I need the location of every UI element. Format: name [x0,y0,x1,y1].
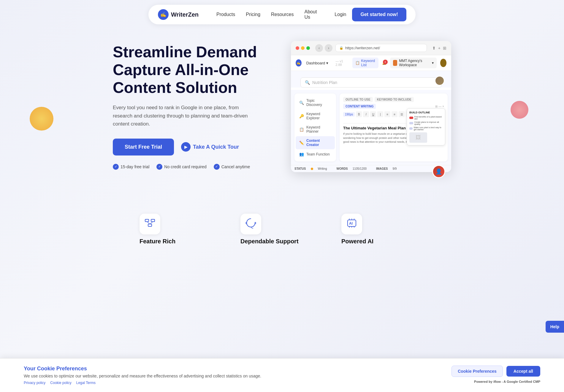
app-bar-right: 📋 Keyword List 🔔 3 MMT Agency's Workspac… [352,58,446,68]
expand-icon[interactable]: ⊞ [435,105,438,108]
hero-section: Streamline Demand Capture All-in-One Con… [89,29,475,190]
status-indicator [311,168,313,170]
browser-bar: ‹ › 🔒 https://writerzen.net/ ⬆ + ⊞ [291,41,451,55]
sidebar-item-keyword-planner[interactable]: 📋 Keyword Planner [296,123,335,136]
outline-item-3: Make sure plant a best way to get starte… [409,126,443,131]
quick-tour-button[interactable]: ▶ Take A Quick Tour [181,142,239,152]
cookie-content: Your Cookie Preferences We use cookies t… [24,366,440,385]
browser-nav-buttons: ‹ › [315,44,332,52]
get-started-button[interactable]: Get started now! [352,8,406,21]
login-button[interactable]: Login [335,12,346,17]
hero-right: ‹ › 🔒 https://writerzen.net/ ⬆ + ⊞ ✍ Das… [291,41,451,172]
cookie-description: We use cookies to optimize our website, … [24,374,440,378]
status-label: STATUS [294,167,306,170]
sidebar-item-team-function[interactable]: 👥 Team Function [296,150,335,159]
version-label: — v1 2.88 [335,59,348,66]
editor-panel: OUTLINE TO USE KEYWORD TO INCLUDE CONTEN… [340,93,448,161]
maximize-dot [306,46,310,50]
sidebar-item-content-creator[interactable]: ✏️ Content Creator [296,136,335,149]
logo-text: WriterZen [171,11,199,18]
share-icon[interactable]: ⬆ [432,46,436,50]
team-function-icon: 👥 [299,152,304,156]
navbar-inner: ✍ WriterZen Products Pricing Resources A… [148,5,416,24]
feature-ai-icon-wrap: AI [341,214,362,234]
close-dot [296,46,299,50]
close-icon[interactable]: × [442,105,444,108]
cookie-preferences-button[interactable]: Cookie Preferences [451,366,503,377]
hero-left: Streamline Demand Capture All-in-One Con… [113,43,273,170]
forward-button[interactable]: › [325,44,332,52]
play-icon: ▶ [181,142,191,152]
topic-discovery-icon: 🔍 [299,101,304,105]
cookie-policy-link[interactable]: Cookie policy [50,381,71,385]
features-section: Feature Rich Dependable Support AI [89,214,475,245]
legal-terms-link[interactable]: Legal Terms [76,381,96,385]
nav-link-products[interactable]: Products [216,12,235,17]
workspace-button[interactable]: MMT Agency's Workspace ▾ [390,58,437,68]
nav-link-resources[interactable]: Resources [271,12,294,17]
words-label: WORDS [336,167,348,170]
dashboard-label[interactable]: Dashboard ▾ [306,61,329,65]
toolbar-list[interactable]: ☰ [399,111,405,117]
tab-outline[interactable]: OUTLINE TO USE [343,97,373,102]
outline-item-2: Create plans to improve all quality [409,121,443,125]
feature-support-icon [245,217,257,231]
help-button[interactable]: Help [546,321,564,333]
editor-controls: ⊞ — × [435,105,444,108]
logo[interactable]: ✍ WriterZen [158,9,199,20]
privacy-policy-link[interactable]: Privacy policy [24,381,45,385]
toolbar-bold[interactable]: B [356,111,362,117]
hero-title: Streamline Demand Capture All-in-One Con… [113,43,273,96]
hero-description: Every tool you need to rank in Google in… [113,104,255,128]
user-avatar[interactable] [440,59,446,67]
navbar: ✍ WriterZen Products Pricing Resources A… [0,0,564,29]
keyword-planner-icon: 📋 [299,127,304,132]
sidebar-item-topic-discovery[interactable]: 🔍 Topic Discovery [296,96,335,109]
outline-panel: BUILD OUTLINE Find benefits of a plant-b… [407,108,445,145]
outline-bar-indicator [409,117,413,119]
cookie-powered-by: Powered by iflow - A Google Certified CM… [474,380,540,383]
search-container: 🔍 Nutrition Plan [291,71,451,88]
nav-link-about[interactable]: About Us [305,9,317,20]
check-icon-cancel: ✓ [214,164,220,170]
floating-avatar: 👤 [432,165,445,178]
decorative-blob-gold [30,107,53,131]
search-avatar [435,76,444,85]
url-bar[interactable]: 🔒 https://writerzen.net/ [335,44,427,52]
decorative-blob-pink [511,101,528,119]
tab-content-writing[interactable]: CONTENT WRITING [343,104,376,109]
feature-rich-icon [144,217,156,231]
tab-keyword[interactable]: KEYWORD TO INCLUDE [375,97,414,102]
svg-rect-2 [148,224,152,226]
toolbar-italic[interactable]: I [363,111,369,117]
cookie-title: Your Cookie Preferences [24,366,440,372]
feature-card-ai: AI Powered AI [341,214,424,245]
feature-card-support: Dependable Support [240,214,324,245]
badge-cancel: ✓ Cancel anytime [214,164,250,170]
lock-icon: 🔒 [339,46,343,50]
images-value: 9/9 [393,167,397,170]
svg-rect-0 [145,219,149,222]
minimize-icon[interactable]: — [438,105,441,108]
add-tab-icon[interactable]: + [438,46,441,50]
browser-traffic-lights [296,46,310,50]
search-bar[interactable]: 🔍 Nutrition Plan [300,77,442,88]
tabs-icon[interactable]: ⊞ [443,46,446,50]
notification-badge[interactable]: 🔔 3 [382,61,386,65]
toolbar-align-left[interactable]: ≡ [384,111,390,117]
outline-bar-2 [409,122,413,124]
feature-rich-icon-wrap [140,214,160,234]
toolbar-underline[interactable]: U [370,111,376,117]
cookie-banner: Your Cookie Preferences We use cookies t… [0,358,564,392]
keyword-list-button[interactable]: 📋 Keyword List [352,58,378,68]
back-button[interactable]: ‹ [315,44,323,52]
start-trial-button[interactable]: Start Free Trial [113,139,174,155]
toolbar-align-center[interactable]: ≡ [392,111,397,117]
browser-action-icons: ⬆ + ⊞ [432,46,446,50]
feature-ai-icon: AI [346,217,358,231]
cookie-links: Privacy policy Cookie policy Legal Terms [24,381,440,385]
sidebar-item-keyword-explorer[interactable]: 🔑 Keyword Explorer [296,109,335,123]
outline-title: BUILD OUTLINE [409,111,443,114]
accept-all-button[interactable]: Accept all [506,366,540,377]
nav-link-pricing[interactable]: Pricing [246,12,260,17]
